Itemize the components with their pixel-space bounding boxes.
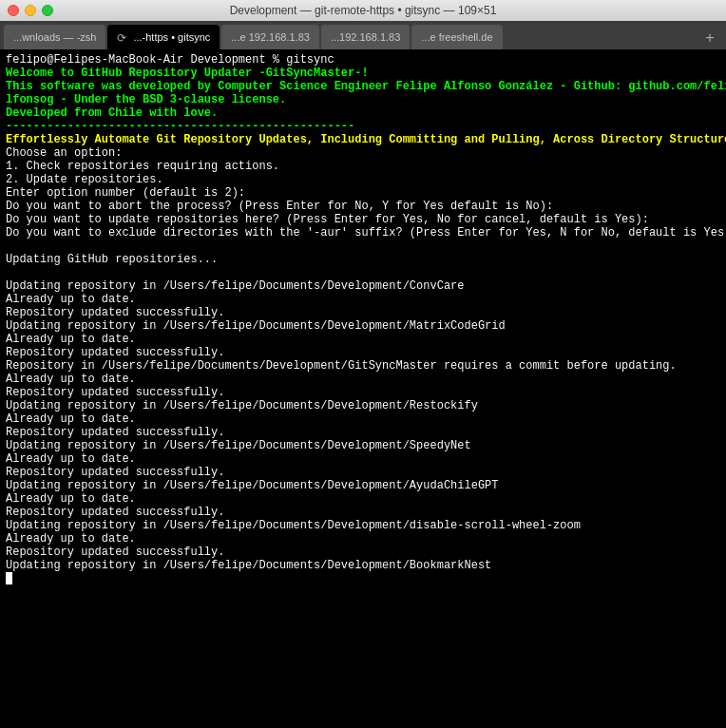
terminal-line [6, 239, 720, 253]
terminal-line: This software was developed by Computer … [6, 80, 720, 93]
terminal-line: Repository updated successfully. [6, 506, 720, 519]
spinner-icon: ⟳ [117, 31, 128, 43]
window-title: Development — git-remote-https • gitsync… [230, 4, 497, 17]
terminal-line: Updating repository in /Users/felipe/Doc… [6, 439, 720, 452]
terminal-window: Development — git-remote-https • gitsync… [0, 0, 726, 728]
tab-ip2[interactable]: ...192.168.1.83 [321, 25, 410, 49]
terminal-line: Updating repository in /Users/felipe/Doc… [6, 399, 720, 412]
title-bar: Development — git-remote-https • gitsync… [0, 0, 726, 21]
terminal-line: Already up to date. [6, 373, 720, 386]
terminal-line: Repository updated successfully. [6, 466, 720, 479]
tab-ip2-label: ...192.168.1.83 [331, 31, 400, 43]
terminal-line: Repository updated successfully. [6, 306, 720, 319]
terminal-line: Updating repository in /Users/felipe/Doc… [6, 479, 720, 492]
terminal-line: Updating GitHub repositories... [6, 253, 720, 266]
terminal-line: Repository updated successfully. [6, 426, 720, 439]
terminal-line: Repository in /Users/felipe/Documents/De… [6, 359, 720, 373]
terminal-line: Do you want to update repositories here?… [6, 213, 720, 226]
terminal-line: Repository updated successfully. [6, 546, 720, 559]
terminal-line: 2. Update repositories. [6, 173, 720, 186]
terminal-cursor [6, 572, 12, 584]
tab-bar: ...wnloads — -zsh ⟳ ...-https • gitsync … [0, 21, 726, 49]
terminal-line: Do you want to exclude directories with … [6, 226, 720, 239]
tab-freeshell-label: ...e freeshell.de [421, 31, 492, 43]
tab-zsh[interactable]: ...wnloads — -zsh [4, 25, 105, 49]
terminal-cursor-line [6, 572, 720, 585]
tab-ip1-label: ...e 192.168.1.83 [231, 31, 310, 43]
terminal-line: Effortlessly Automate Git Repository Upd… [6, 133, 720, 146]
minimize-button[interactable] [25, 5, 36, 16]
tab-ip1[interactable]: ...e 192.168.1.83 [221, 25, 319, 49]
terminal-content[interactable]: felipo@Felipes-MacBook-Air Development %… [0, 49, 726, 728]
terminal-line: Already up to date. [6, 412, 720, 426]
terminal-line: Repository updated successfully. [6, 346, 720, 359]
add-tab-button[interactable]: + [697, 29, 722, 49]
terminal-line: Already up to date. [6, 532, 720, 546]
terminal-line: felipo@Felipes-MacBook-Air Development %… [6, 53, 720, 67]
tab-gitsync[interactable]: ⟳ ...-https • gitsync [107, 25, 220, 49]
tab-freeshell[interactable]: ...e freeshell.de [411, 25, 502, 49]
terminal-line: Already up to date. [6, 452, 720, 466]
terminal-line: Repository updated successfully. [6, 386, 720, 399]
terminal-line: Enter option number (default is 2): [6, 186, 720, 200]
tab-zsh-label: ...wnloads — -zsh [13, 31, 96, 43]
terminal-line: Already up to date. [6, 492, 720, 506]
terminal-line: Developed from Chile with love. [6, 106, 720, 120]
terminal-line: Updating repository in /Users/felipe/Doc… [6, 319, 720, 333]
terminal-line: Updating repository in /Users/felipe/Doc… [6, 559, 720, 572]
terminal-line [6, 266, 720, 279]
terminal-line: Already up to date. [6, 293, 720, 306]
traffic-lights [8, 5, 53, 16]
terminal-line: Already up to date. [6, 333, 720, 346]
tab-gitsync-label: ...-https • gitsync [133, 31, 210, 43]
terminal-line: ----------------------------------------… [6, 120, 720, 133]
terminal-line: lfonsog - Under the BSD 3-clause license… [6, 93, 720, 106]
close-button[interactable] [8, 5, 19, 16]
terminal-line: Updating repository in /Users/felipe/Doc… [6, 279, 720, 293]
terminal-line: Choose an option: [6, 146, 720, 160]
terminal-line: Welcome to GitHub Repository Updater -Gi… [6, 67, 720, 80]
terminal-line: 1. Check repositories requiring actions. [6, 160, 720, 173]
maximize-button[interactable] [42, 5, 53, 16]
terminal-line: Do you want to abort the process? (Press… [6, 200, 720, 213]
terminal-line: Updating repository in /Users/felipe/Doc… [6, 519, 720, 532]
